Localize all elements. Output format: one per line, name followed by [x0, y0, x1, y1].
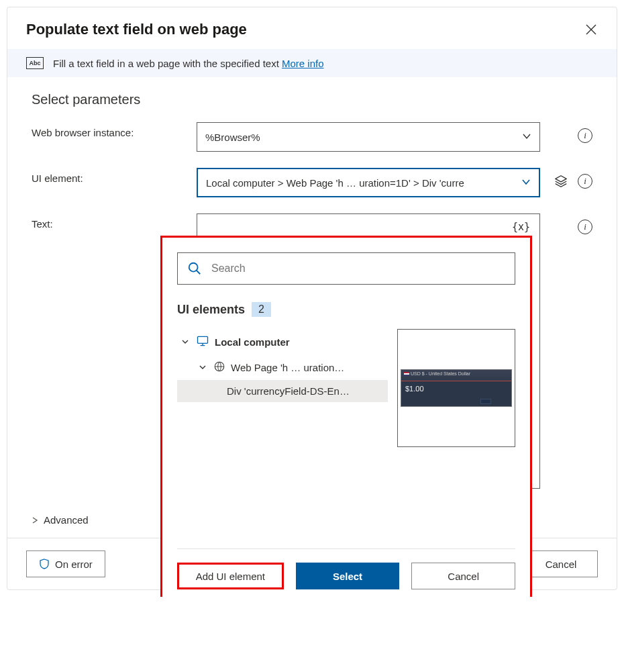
popup-footer: Add UI element Select Cancel	[177, 548, 515, 589]
add-label: Add UI element	[196, 571, 265, 582]
dialog-header: Populate text field on web page	[7, 7, 617, 49]
element-count-badge: 2	[252, 302, 271, 317]
ui-element-value: Local computer > Web Page 'h … uration=1…	[206, 177, 464, 189]
select-button[interactable]: Select	[296, 563, 400, 589]
tree-node-leaf[interactable]: Div 'currencyField-DS-En…	[177, 380, 388, 402]
on-error-button[interactable]: On error	[26, 550, 105, 577]
chevron-down-icon	[521, 177, 531, 189]
close-icon	[586, 24, 596, 35]
field-text-label: Text:	[32, 213, 186, 230]
search-input[interactable]	[210, 262, 505, 275]
shield-icon	[39, 559, 50, 569]
dialog-title: Populate text field on web page	[26, 21, 247, 38]
info-icon[interactable]: i	[578, 128, 592, 143]
popup-cancel-label: Cancel	[448, 571, 479, 582]
tree-root-label: Local computer	[215, 336, 290, 348]
tree-node-root[interactable]: Local computer	[177, 329, 388, 355]
computer-icon	[196, 334, 209, 350]
preview-pill	[480, 399, 491, 404]
on-error-label: On error	[55, 559, 93, 570]
field-browser-row: Web browser instance: %Browser% i	[32, 122, 592, 152]
info-icon[interactable]: i	[578, 174, 592, 189]
info-text: Fill a text field in a web page with the…	[53, 58, 324, 69]
dialog-populate-text-field: Populate text field on web page Abc Fill…	[7, 7, 617, 590]
variable-token-button[interactable]: {x}	[512, 221, 530, 233]
more-info-link[interactable]: More info	[282, 58, 324, 69]
ui-element-picker-panel: UI elements 2 Local computer Web Page 'h…	[160, 236, 532, 597]
preview-topline: USD $ - United States Dollar	[411, 371, 470, 376]
popup-cancel-button[interactable]: Cancel	[411, 563, 515, 589]
tree-leaf-label: Div 'currencyField-DS-En…	[227, 385, 350, 397]
section-title: Select parameters	[32, 92, 592, 107]
tree-column: Local computer Web Page 'h … uration… Di…	[177, 329, 388, 540]
preview-thumbnail: USD $ - United States Dollar $1.00	[401, 369, 512, 407]
select-label: Select	[333, 571, 362, 582]
globe-icon	[213, 361, 225, 375]
chevron-right-icon	[32, 515, 38, 526]
tree-area: Local computer Web Page 'h … uration… Di…	[177, 329, 515, 540]
svg-point-0	[189, 263, 198, 272]
abc-icon: Abc	[26, 57, 44, 69]
info-icon[interactable]: i	[578, 220, 592, 234]
tree-page-label: Web Page 'h … uration…	[231, 362, 344, 373]
field-uielement-label: UI element:	[32, 168, 186, 184]
browser-instance-value: %Browser%	[205, 132, 260, 143]
info-text-content: Fill a text field in a web page with the…	[53, 58, 282, 69]
info-bar: Abc Fill a text field in a web page with…	[7, 49, 617, 77]
chevron-down-icon	[522, 132, 531, 143]
chevron-down-icon	[199, 362, 208, 373]
svg-rect-1	[198, 336, 208, 343]
browser-instance-combo[interactable]: %Browser%	[197, 122, 540, 152]
advanced-label: Advanced	[44, 514, 89, 526]
flag-icon	[404, 372, 409, 376]
preview-amount: $1.00	[405, 385, 424, 393]
tree-node-page[interactable]: Web Page 'h … uration…	[177, 355, 388, 380]
search-icon	[187, 261, 202, 276]
ui-element-combo[interactable]: Local computer > Web Page 'h … uration=1…	[197, 168, 540, 197]
popup-title-row: UI elements 2	[177, 302, 515, 317]
element-preview: USD $ - United States Dollar $1.00	[397, 329, 515, 447]
close-button[interactable]	[584, 23, 598, 36]
popup-title: UI elements	[177, 303, 245, 317]
field-uielement-row: UI element: Local computer > Web Page 'h…	[32, 168, 592, 197]
chevron-down-icon	[181, 336, 191, 348]
cancel-label: Cancel	[545, 559, 577, 570]
layers-icon[interactable]	[554, 174, 568, 189]
search-input-wrapper[interactable]	[177, 252, 515, 285]
cancel-button[interactable]: Cancel	[524, 550, 598, 577]
field-browser-label: Web browser instance:	[32, 122, 186, 138]
add-ui-element-button[interactable]: Add UI element	[177, 563, 284, 589]
